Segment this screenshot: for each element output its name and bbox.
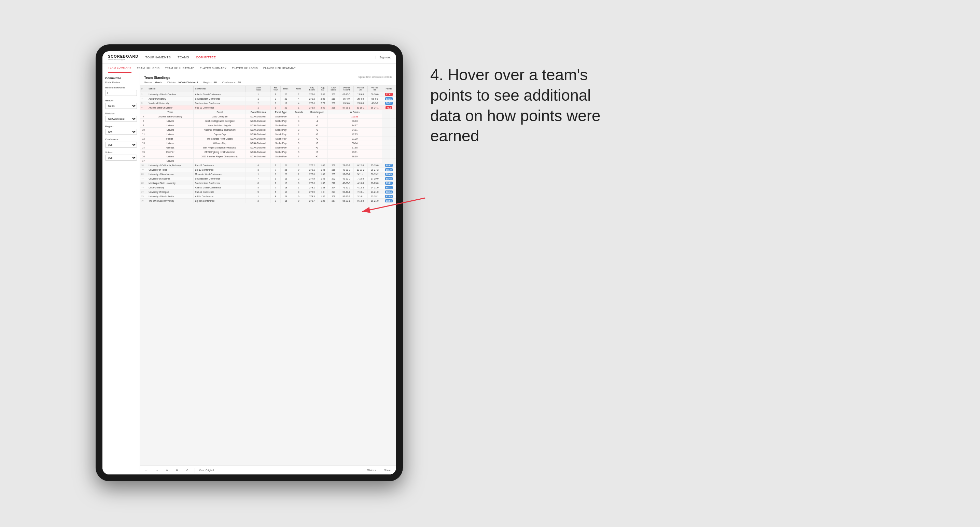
- table-row[interactable]: 24 University of Oregon Pac-12 Conferenc…: [140, 190, 396, 194]
- cell-points[interactable]: 88.71: [382, 185, 396, 190]
- undo-button[interactable]: ↩: [143, 468, 150, 472]
- table-row-tooltip[interactable]: 13 Univers Williams Cup NCAA Division I …: [140, 141, 396, 145]
- gender-select[interactable]: Men's: [105, 103, 137, 109]
- tooltip-rank-impact: +0: [306, 137, 328, 141]
- th-no-tour: NoTour: [270, 86, 280, 92]
- tooltip-event-type: [270, 159, 291, 163]
- nav-teams[interactable]: TEAMS: [178, 55, 189, 60]
- school-select[interactable]: (All): [105, 155, 137, 161]
- table-row[interactable]: 3 Vanderbilt University Southeastern Con…: [140, 101, 396, 105]
- cell-points[interactable]: 88.14: [382, 190, 396, 194]
- tooltip-event-type: Stroke Play: [270, 114, 291, 119]
- table-row-tooltip[interactable]: 17 Univers: [140, 159, 396, 163]
- tab-team-h2h-grid[interactable]: TEAM H2H GRID: [137, 63, 160, 73]
- nav-tournaments[interactable]: TOURNAMENTS: [145, 55, 171, 60]
- table-row-tooltip[interactable]: 9 Univers Amer An Intercollegiate NCAA D…: [140, 123, 396, 128]
- cell-no-tour: 7: [270, 181, 280, 185]
- division-select[interactable]: NCAA Division I: [105, 116, 137, 122]
- cell-avg-sg: 1.0: [318, 190, 328, 194]
- cell-conference: Big 12 Conference: [194, 168, 246, 172]
- tooltip-event: 2023 Sahalee Players Championship: [194, 154, 246, 159]
- table-row[interactable]: 2 Auburn University Southeastern Confere…: [140, 97, 396, 101]
- tooltip-event-div: NCAA Division I: [246, 137, 270, 141]
- tab-player-h2h-grid[interactable]: PLAYER H2H GRID: [232, 63, 258, 73]
- nav-links: TOURNAMENTS TEAMS COMMITTEE: [145, 55, 375, 60]
- table-row[interactable]: 25 University of North Florida ASUN Conf…: [140, 194, 396, 198]
- cell-wins: 2: [291, 176, 306, 181]
- table-row[interactable]: 20 University of New Mexico Mountain Wes…: [140, 172, 396, 176]
- tooltip-event-div: NCAA Division I: [246, 145, 270, 150]
- timer-button[interactable]: ⏱: [184, 468, 191, 472]
- table-row[interactable]: 18 University of California, Berkeley Pa…: [140, 163, 396, 168]
- cell-points[interactable]: 83.81: [382, 181, 396, 185]
- cell-points[interactable]: 88.49: [382, 172, 396, 176]
- cell-rank: 20: [140, 172, 147, 176]
- watch-button[interactable]: Watch ▾: [365, 468, 378, 472]
- zoom-button[interactable]: ⊕: [164, 468, 170, 472]
- tab-team-summary[interactable]: TEAM SUMMARY: [108, 63, 132, 73]
- cell-rnds: 26: [280, 172, 291, 176]
- tooltip-rank: 17: [140, 159, 147, 163]
- table-row[interactable]: 19 University of Texas Big 12 Conference…: [140, 168, 396, 172]
- cell-rank: 26: [140, 198, 147, 203]
- tooltip-team: Univers: [147, 123, 194, 128]
- table-row-tooltip[interactable]: 7 Arizona State University Cabo Collegia…: [140, 114, 396, 119]
- tooltip-rank: 12: [140, 137, 147, 141]
- tab-player-h2h-heatmap[interactable]: PLAYER H2H HEATMAP: [263, 63, 296, 73]
- tooltip-event: Amer An Intercollegiate: [194, 123, 246, 128]
- copy-button[interactable]: ⧉: [174, 468, 180, 472]
- cell-overall: 87-25-1: [339, 105, 353, 110]
- tooltip-team: Univers: [147, 128, 194, 132]
- cell-points[interactable]: 78.5: [382, 105, 396, 110]
- tooltip-event: Southern Highlands Collegiate: [194, 119, 246, 123]
- table-row[interactable]: 1 University of North Carolina Atlantic …: [140, 92, 396, 97]
- cell-avg-sg: 2.86: [318, 92, 328, 97]
- cell-points[interactable]: 97.02: [382, 92, 396, 97]
- table-row-tooltip[interactable]: 8 Univers Southern Highlands Collegiate …: [140, 119, 396, 123]
- table-row-tooltip[interactable]: 11 Univers Copper Cup NCAA Division I Ma…: [140, 132, 396, 137]
- tooltip-event-div: NCAA Division I: [246, 128, 270, 132]
- table-row-tooltip[interactable]: 15 East Ter OFCC Fighting Illini Invitat…: [140, 150, 396, 154]
- cell-points[interactable]: 90.32: [382, 101, 396, 105]
- table-row[interactable]: 21 University of Alabama Southeastern Co…: [140, 176, 396, 181]
- table-row-tooltip[interactable]: 14 Georgia Ben Hogan Collegiate Invitati…: [140, 145, 396, 150]
- tooltip-rank-impact: +0: [306, 150, 328, 154]
- tooltip-rank: 11: [140, 132, 147, 137]
- table-row-tooltip[interactable]: 10 Univers National Invitational Tournam…: [140, 128, 396, 132]
- cell-rank: 2: [140, 97, 147, 101]
- table-row-tooltip[interactable]: 12 Florida I The Cypress Point Classic N…: [140, 137, 396, 141]
- nav-bar: SCOREBOARD Powered by clippd TOURNAMENTS…: [102, 51, 396, 63]
- tooltip-rounds: 2: [291, 132, 306, 137]
- cell-points[interactable]: 88.07: [382, 163, 396, 168]
- cell-points[interactable]: 93.31: [382, 97, 396, 101]
- update-time: Update time: 13/03/2024 10:03:42: [358, 76, 392, 78]
- region-select[interactable]: N/A: [105, 129, 137, 135]
- min-rounds-input[interactable]: [105, 90, 137, 96]
- share-button[interactable]: Share: [382, 468, 393, 472]
- conference-select[interactable]: (All): [105, 142, 137, 148]
- cell-overall: 71-22-2: [339, 185, 353, 190]
- cell-vs25: 13-9-0: [353, 92, 368, 97]
- table-row-tooltip[interactable]: 16 Univers 2023 Sahalee Players Champion…: [140, 154, 396, 159]
- table-row[interactable]: 23 Duke University Atlantic Coast Confer…: [140, 185, 396, 190]
- cell-avg-sg: 2.50: [318, 105, 328, 110]
- cell-vs25: 6-12-0: [353, 163, 368, 168]
- sign-out-button[interactable]: Sign out: [375, 56, 391, 59]
- tooltip-rank-impact: +0: [306, 154, 328, 159]
- cell-school: Auburn University: [147, 97, 194, 101]
- nav-committee[interactable]: COMMITTEE: [196, 55, 216, 60]
- cell-vs25: 7-15-0: [353, 176, 368, 181]
- cell-no-tour: 8: [270, 172, 280, 176]
- cell-vs50: 25-19-0: [368, 163, 382, 168]
- cell-points[interactable]: 88.48: [382, 176, 396, 181]
- cell-points[interactable]: 88.70: [382, 168, 396, 172]
- table-row[interactable]: 4 Arizona State University Pac-12 Confer…: [140, 105, 396, 110]
- redo-button[interactable]: ↪: [154, 468, 160, 472]
- table-row[interactable]: 26 The Ohio State University Big Ten Con…: [140, 198, 396, 203]
- table-row[interactable]: 22 Mississippi State University Southeas…: [140, 181, 396, 185]
- tooltip-team: Univers: [147, 141, 194, 145]
- tab-team-h2h-heatmap[interactable]: TEAM H2H HEATMAP: [165, 63, 194, 73]
- sidebar-portal-subtitle: Portal Review: [105, 81, 137, 84]
- tab-player-summary[interactable]: PLAYER SUMMARY: [200, 63, 226, 73]
- tooltip-rounds: 3: [291, 145, 306, 150]
